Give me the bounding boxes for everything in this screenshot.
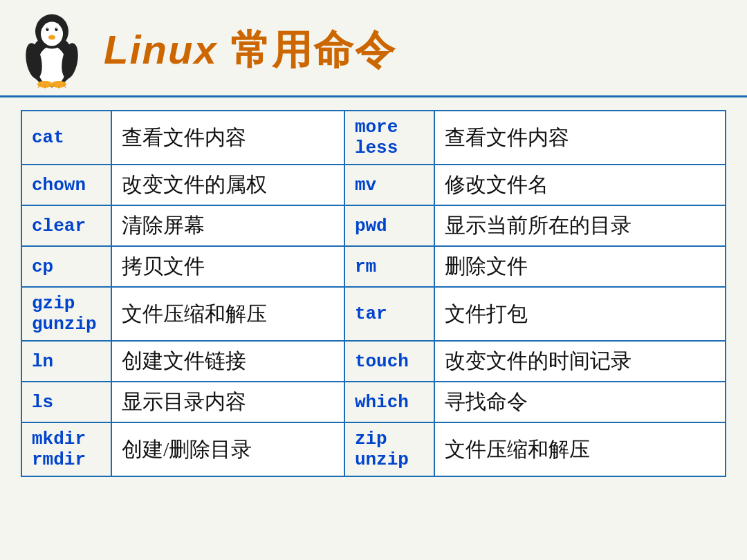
description-left: 显示目录内容 (111, 382, 344, 422)
command-right: rm (344, 246, 434, 287)
description-right: 查看文件内容 (434, 111, 726, 165)
svg-point-9 (56, 28, 57, 30)
description-right: 改变文件的时间记录 (434, 341, 726, 382)
svg-point-6 (47, 28, 48, 30)
description-left: 清除屏幕 (111, 205, 344, 246)
description-right: 文件压缩和解压 (434, 422, 726, 476)
command-left: cp (21, 246, 111, 287)
commands-table-container: cat查看文件内容moreless查看文件内容chown改变文件的属权mv修改文… (0, 97, 747, 484)
command-left: clear (21, 205, 111, 246)
slide: Linux 常用命令 cat查看文件内容moreless查看文件内容chown改… (0, 0, 747, 560)
commands-table: cat查看文件内容moreless查看文件内容chown改变文件的属权mv修改文… (21, 110, 726, 477)
page-title: Linux 常用命令 (104, 24, 396, 77)
description-left: 文件压缩和解压 (111, 287, 344, 341)
svg-point-3 (41, 22, 63, 46)
description-right: 删除文件 (434, 246, 726, 287)
description-right: 修改文件名 (434, 165, 726, 205)
header: Linux 常用命令 (0, 0, 747, 97)
description-left: 创建/删除目录 (111, 422, 344, 476)
command-left: chown (21, 165, 111, 205)
description-left: 拷贝文件 (111, 246, 344, 287)
description-right: 寻找命令 (434, 382, 726, 422)
command-left: ln (21, 341, 111, 382)
command-left: ls (21, 382, 111, 422)
command-right: which (344, 382, 434, 422)
description-left: 创建文件链接 (111, 341, 344, 382)
command-right: pwd (344, 205, 434, 246)
command-left: gzipgunzip (21, 287, 111, 341)
command-right: zipunzip (344, 422, 434, 476)
command-right: moreless (344, 111, 434, 165)
command-right: tar (344, 287, 434, 341)
svg-point-5 (46, 28, 49, 31)
description-left: 改变文件的属权 (111, 165, 344, 205)
tux-penguin-icon (14, 12, 90, 88)
description-right: 文件打包 (434, 287, 726, 341)
command-right: mv (344, 165, 434, 205)
command-left: cat (21, 111, 111, 165)
command-left: mkdirrmdir (21, 422, 111, 476)
description-right: 显示当前所在的目录 (434, 205, 726, 246)
description-left: 查看文件内容 (111, 111, 344, 165)
svg-point-8 (55, 28, 58, 31)
command-right: touch (344, 341, 434, 382)
